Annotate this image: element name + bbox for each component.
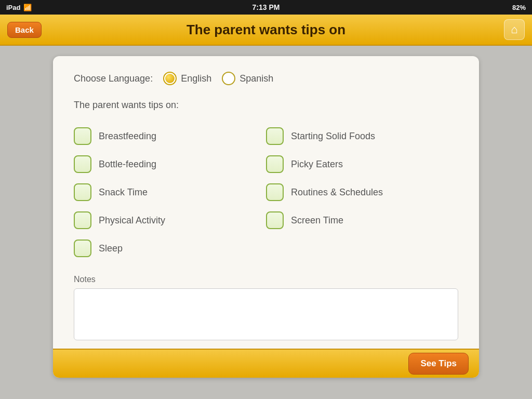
checkbox-starting-solid-foods[interactable]: Starting Solid Foods: [266, 122, 458, 150]
radio-circle-spanish: [222, 72, 235, 85]
checkbox-label-breastfeeding: Breastfeeding: [99, 131, 156, 142]
checkbox-bottle-feeding[interactable]: Bottle-feeding: [74, 150, 266, 178]
checkbox-box-routines-schedules: [266, 183, 284, 201]
checkbox-label-starting-solid-foods: Starting Solid Foods: [291, 131, 375, 142]
checkbox-label-sleep: Sleep: [99, 243, 123, 254]
checkbox-box-starting-solid-foods: [266, 127, 284, 145]
status-left: iPad 📶: [6, 4, 32, 11]
radio-english[interactable]: English: [163, 72, 211, 85]
checkbox-label-snack-time: Snack Time: [99, 187, 148, 198]
checkbox-sleep[interactable]: Sleep: [74, 234, 266, 262]
checkbox-box-screen-time: [266, 211, 284, 229]
checkbox-box-breastfeeding: [74, 127, 91, 145]
status-time: 7:13 PM: [252, 3, 280, 11]
radio-label-spanish: Spanish: [240, 73, 273, 84]
left-column: Breastfeeding Bottle-feeding Snack Time …: [74, 122, 266, 262]
footer-bar: See Tips: [53, 349, 479, 378]
checkbox-snack-time[interactable]: Snack Time: [74, 178, 266, 206]
checkbox-breastfeeding[interactable]: Breastfeeding: [74, 122, 266, 150]
checkbox-box-picky-eaters: [266, 155, 284, 173]
notes-input[interactable]: [74, 288, 458, 340]
radio-spanish[interactable]: Spanish: [222, 72, 273, 85]
checkbox-screen-time[interactable]: Screen Time: [266, 206, 458, 234]
device-label: iPad: [6, 4, 20, 11]
checkbox-grid: Breastfeeding Bottle-feeding Snack Time …: [74, 122, 458, 262]
checkbox-label-screen-time: Screen Time: [291, 215, 343, 226]
back-button[interactable]: Back: [7, 22, 42, 38]
language-label: Choose Language:: [74, 73, 153, 84]
page-title: The parent wants tips on: [187, 22, 345, 38]
checkbox-label-bottle-feeding: Bottle-feeding: [99, 159, 156, 170]
home-icon: ⌂: [511, 23, 517, 36]
checkbox-label-picky-eaters: Picky Eaters: [291, 159, 343, 170]
home-button[interactable]: ⌂: [504, 19, 525, 40]
wifi-icon: 📶: [23, 4, 32, 11]
main-content: Choose Language: English Spanish The par…: [0, 46, 532, 399]
radio-inner-english: [165, 74, 175, 83]
status-right: 82%: [512, 4, 526, 11]
notes-label: Notes: [74, 275, 458, 284]
content-card: Choose Language: English Spanish The par…: [53, 56, 479, 378]
checkbox-box-physical-activity: [74, 211, 91, 229]
checkbox-label-physical-activity: Physical Activity: [99, 215, 165, 226]
checkbox-box-sleep: [74, 240, 91, 257]
checkbox-box-snack-time: [74, 183, 91, 201]
checkbox-label-routines-schedules: Routines & Schedules: [291, 187, 383, 198]
checkbox-routines-schedules[interactable]: Routines & Schedules: [266, 178, 458, 206]
app-header: Back The parent wants tips on ⌂: [0, 15, 532, 46]
tips-section-label: The parent wants tips on:: [74, 100, 458, 111]
battery-label: 82%: [512, 4, 526, 11]
checkbox-picky-eaters[interactable]: Picky Eaters: [266, 150, 458, 178]
language-row: Choose Language: English Spanish: [74, 72, 458, 85]
right-column: Starting Solid Foods Picky Eaters Routin…: [266, 122, 458, 262]
checkbox-box-bottle-feeding: [74, 155, 91, 173]
radio-label-english: English: [181, 73, 211, 84]
checkbox-physical-activity[interactable]: Physical Activity: [74, 206, 266, 234]
radio-circle-english: [163, 72, 177, 85]
status-bar: iPad 📶 7:13 PM 82%: [0, 0, 532, 15]
see-tips-button[interactable]: See Tips: [408, 353, 469, 375]
